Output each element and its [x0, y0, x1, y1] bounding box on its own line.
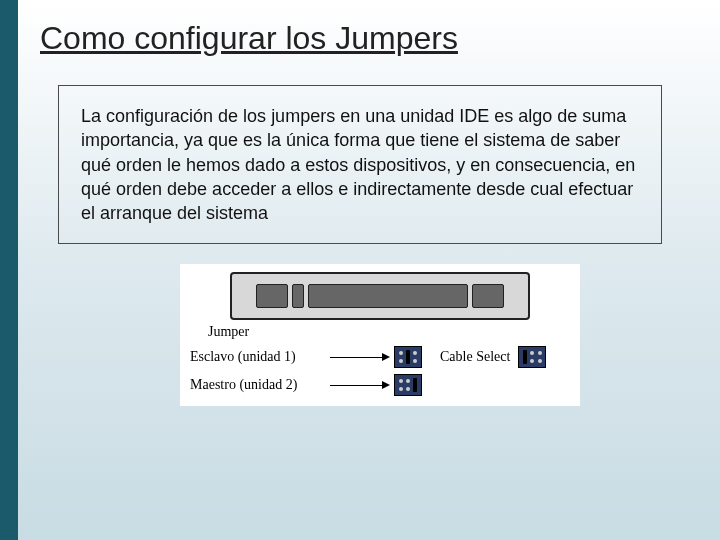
description-box: La configuración de los jumpers en una u…: [58, 85, 662, 244]
row-maestro: Maestro (unidad 2): [190, 374, 570, 396]
cable-select-group: Cable Select: [422, 346, 546, 368]
aux-connector-icon: [472, 284, 504, 308]
ide-connector-icon: [308, 284, 468, 308]
jumper-diagram: Jumper Esclavo (unidad 1) Cable Select M…: [180, 264, 580, 406]
jumper-block-cs: [518, 346, 546, 368]
arrow-icon: [330, 351, 390, 363]
row-esclavo: Esclavo (unidad 1) Cable Select: [190, 346, 570, 368]
jumper-block-icon: [292, 284, 304, 308]
jumper-header-label: Jumper: [208, 324, 570, 340]
jumper-block-maestro: [394, 374, 422, 396]
jumper-block-esclavo: [394, 346, 422, 368]
arrow-icon: [330, 379, 390, 391]
slide-title: Como configurar los Jumpers: [40, 20, 690, 57]
power-connector-icon: [256, 284, 288, 308]
description-text: La configuración de los jumpers en una u…: [81, 106, 635, 223]
label-cable-select: Cable Select: [440, 349, 510, 365]
label-esclavo: Esclavo (unidad 1): [190, 349, 330, 365]
label-maestro: Maestro (unidad 2): [190, 377, 330, 393]
drive-rear-view: [230, 272, 530, 320]
slide-content: Como configurar los Jumpers La configura…: [0, 0, 720, 540]
